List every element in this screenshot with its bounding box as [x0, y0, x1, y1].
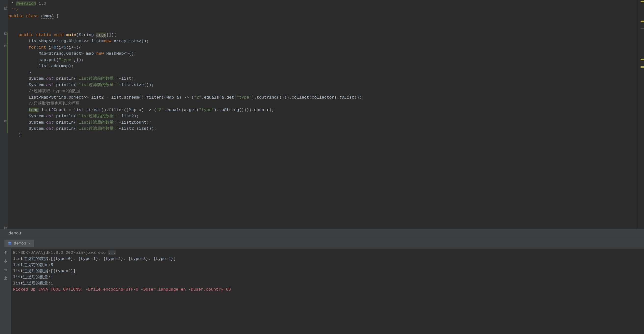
- code-line[interactable]: for(int i=0;i<5;i++){: [8, 44, 644, 51]
- code-line[interactable]: [8, 25, 644, 32]
- run-tool-window: demo3 ✕ E:\SDK\JAVA\jdk1.8.0_202\bin\jav…: [0, 238, 644, 334]
- scroll-to-end-icon[interactable]: [3, 275, 8, 280]
- code-line[interactable]: System.out.println("list过滤前的数量:"+list.si…: [8, 82, 644, 88]
- right-margin-guide: [637, 0, 637, 229]
- editor-gutter: [0, 0, 8, 229]
- code-line[interactable]: public class demo3 {: [8, 13, 644, 19]
- code-line[interactable]: //只获取数量也可以这样写: [8, 101, 644, 107]
- code-line[interactable]: List<Map<String,Object>> list2 = list.st…: [8, 94, 644, 101]
- breadcrumb[interactable]: demo3: [0, 229, 644, 238]
- code-line[interactable]: //过滤获取 type=2的数据: [8, 88, 644, 94]
- arrow-down-icon[interactable]: [3, 258, 8, 263]
- svg-rect-1: [8, 242, 11, 243]
- code-line[interactable]: List<Map<String,Object>> list=new ArrayL…: [8, 38, 644, 44]
- folded-text-icon[interactable]: ...: [108, 250, 116, 255]
- code-line[interactable]: **/: [8, 7, 644, 13]
- code-line[interactable]: System.out.println("list过滤后的数量:"+list2.s…: [8, 126, 644, 132]
- code-line[interactable]: Map<String,Object> map=new HashMap<>();: [8, 50, 644, 57]
- console-line: list过滤前的数量:5: [13, 262, 642, 268]
- console-error-line: Picked up JAVA_TOOL_OPTIONS: -Dfile.enco…: [13, 286, 642, 293]
- code-line[interactable]: }: [8, 69, 644, 76]
- console-line: list过滤后的数据:[{type=2}]: [13, 268, 642, 274]
- minimap-marker[interactable]: [640, 1, 644, 2]
- minimap-marker[interactable]: [640, 66, 644, 68]
- minimap-marker[interactable]: [640, 21, 644, 22]
- console-toolbar: [0, 249, 11, 334]
- console-command: E:\SDK\JAVA\jdk1.8.0_202\bin\java.exe: [13, 250, 108, 255]
- code-line[interactable]: map.put("type",i);: [8, 57, 644, 63]
- run-tab[interactable]: demo3 ✕: [4, 240, 34, 247]
- code-content[interactable]: * @Version 1.0 **/public class demo3 { p…: [8, 0, 644, 138]
- code-editor[interactable]: * @Version 1.0 **/public class demo3 { p…: [0, 0, 644, 229]
- fold-marker-icon[interactable]: [4, 227, 7, 229]
- console-line: list过滤后的数量:1: [13, 274, 642, 280]
- code-line[interactable]: * @Version 1.0: [8, 0, 644, 7]
- console-output[interactable]: E:\SDK\JAVA\jdk1.8.0_202\bin\java.exe ..…: [11, 249, 644, 334]
- java-file-icon: [8, 241, 12, 245]
- arrow-up-icon[interactable]: [3, 250, 8, 255]
- code-line[interactable]: }: [8, 132, 644, 138]
- code-line[interactable]: System.out.println("list过滤前的数据:"+list);: [8, 76, 644, 82]
- code-line[interactable]: [8, 19, 644, 26]
- modified-indicator: [7, 32, 8, 133]
- minimap-marker[interactable]: [640, 59, 644, 60]
- breadcrumb-item[interactable]: demo3: [8, 231, 21, 236]
- code-line[interactable]: System.out.println("list过滤后的数据:"+list2);: [8, 113, 644, 119]
- minimap-marker[interactable]: [640, 28, 644, 29]
- code-line[interactable]: System.out.println("list过滤后的数量:"+list2Co…: [8, 119, 644, 126]
- soft-wrap-icon[interactable]: [3, 267, 8, 272]
- run-tab-label: demo3: [14, 241, 26, 246]
- code-line[interactable]: list.add(map);: [8, 63, 644, 69]
- console-line: list过滤后的数量:1: [13, 280, 642, 286]
- fold-marker-icon[interactable]: [4, 7, 7, 9]
- run-tab-bar: demo3 ✕: [0, 238, 644, 249]
- console-line: list过滤前的数据:[{type=0}, {type=1}, {type=2}…: [13, 256, 642, 262]
- code-line[interactable]: Long list2Count = list.stream().filter((…: [8, 107, 644, 113]
- code-line[interactable]: public static void main(String args[]){: [8, 32, 644, 38]
- close-icon[interactable]: ✕: [28, 241, 30, 246]
